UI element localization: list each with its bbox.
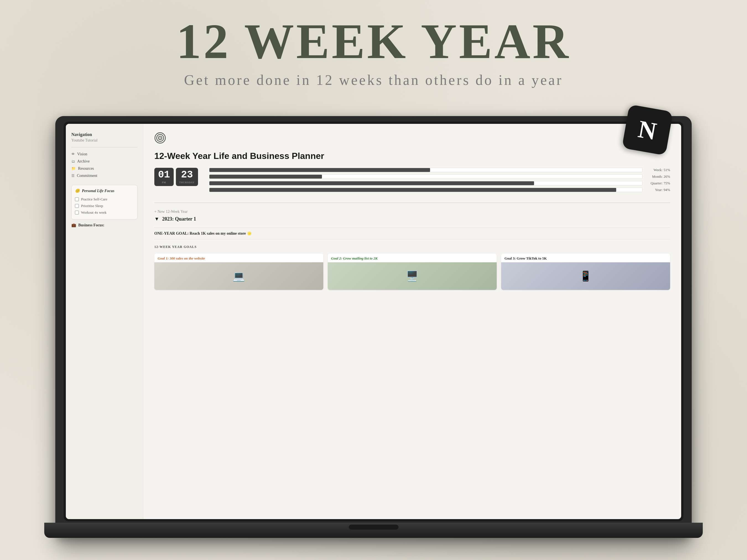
main-title: 12 WEEK YEAR [0,17,747,66]
laptop-outer: Navigation Youtube Tutorial 👁 Vision 🗂 A… [55,116,692,538]
target-icon-wrapper [154,132,670,146]
clock-display: 01 PM 23 THURSDAY [154,168,198,186]
progress-month-row: Month: 26% [209,175,670,179]
progress-quarter-bg [209,181,642,185]
business-focus-header: 💼 Business Focus: [71,223,137,228]
eye-icon: 👁 [71,152,75,156]
progress-quarter-label: Quarter: 75% [645,181,670,185]
goal-card-2-image [328,262,497,290]
new-12week-button[interactable]: + New 12-Week Year [154,210,670,214]
triangle-icon: ▼ [154,216,159,222]
progress-week-bg [209,168,642,172]
clock-minute-block: 23 THURSDAY [176,168,198,186]
nav-title: Navigation [71,132,137,137]
checkbox-practice-selfcare: Practice Self-Care [75,196,134,203]
progress-week-fill [209,168,430,172]
progress-year-fill [209,188,616,192]
clock-hour: 01 [158,170,170,180]
checkbox-label-1: Practice Self-Care [81,197,107,202]
checkbox-label-3: Workout 4x week [81,210,106,215]
progress-month-bg [209,175,642,179]
resources-icon: 📁 [71,166,76,171]
progress-quarter-fill [209,181,534,185]
sidebar-item-label-archive: Archive [77,159,89,164]
progress-month-label: Month: 26% [645,175,670,179]
sidebar-item-vision[interactable]: 👁 Vision [71,151,137,158]
goal-card-1-image [154,262,323,290]
sidebar-item-resources[interactable]: 📁 Resources [71,165,137,172]
nav-section: Navigation Youtube Tutorial 👁 Vision 🗂 A… [71,132,137,179]
main-content: 12-Week Year Life and Business Planner 0… [143,124,681,519]
goal-card-3[interactable]: Goal 3: Grow TikTok to 5K [501,254,670,290]
goals-label: 12-WEEK YEAR GOALS [154,245,670,249]
business-focus-label: Business Focus: [78,223,105,228]
checkbox-prioritise-sleep: Prioritise Sleep [75,203,134,209]
goal-card-1[interactable]: Goal 1: 300 sales on the website [154,254,323,290]
screen-content: Navigation Youtube Tutorial 👁 Vision 🗂 A… [66,124,681,519]
sidebar-item-label-vision: Vision [77,152,87,156]
goal-card-3-image [501,262,670,290]
laptop-wrapper: N Navigation Youtube Tutorial 👁 V [55,116,692,538]
sidebar-item-label-resources: Resources [78,166,94,171]
clock-ampm: PM [158,181,170,184]
progress-quarter-row: Quarter: 75% [209,181,670,185]
personal-focus-header: 🙂 Personal Life Focus [75,188,134,193]
page-header: 12 WEEK YEAR Get more done in 12 weeks t… [0,0,747,88]
checkbox-workout: Workout 4x week [75,209,134,216]
sidebar: Navigation Youtube Tutorial 👁 Vision 🗂 A… [66,124,143,519]
progress-year-bg [209,188,642,192]
progress-section: Week: 51% Month: 26% [209,168,670,194]
progress-year-label: Year: 94% [645,188,670,192]
svg-point-3 [160,137,161,138]
content-divider [154,203,670,203]
archive-icon: 🗂 [71,159,75,164]
briefcase-icon: 💼 [71,223,76,228]
sidebar-item-archive[interactable]: 🗂 Archive [71,158,137,165]
goal-card-1-title: Goal 1: 300 sales on the website [154,254,323,262]
personal-focus-title: Personal Life Focus [82,189,114,193]
notion-logo: N [636,114,659,146]
laptop-screen: Navigation Youtube Tutorial 👁 Vision 🗂 A… [66,124,681,519]
sidebar-item-commitment[interactable]: ☰ Commitment [71,172,137,179]
nav-subtitle: Youtube Tutorial [71,138,137,143]
personal-focus-section: 🙂 Personal Life Focus Practice Self-Care… [71,185,137,219]
checkbox-input-1[interactable] [75,197,79,201]
subtitle: Get more done in 12 weeks than others do… [0,72,747,88]
clock-minute: 23 [179,170,195,180]
clock-day: THURSDAY [179,181,195,184]
progress-week-row: Week: 51% [209,168,670,172]
checkbox-label-2: Prioritise Sleep [81,204,103,208]
goal-card-2-title: Goal 2: Grow mailing list to 2K [328,254,497,262]
checkbox-input-3[interactable] [75,211,79,214]
notion-badge: N [622,104,673,155]
goal-card-3-title: Goal 3: Grow TikTok to 5K [501,254,670,262]
target-icon [154,132,166,144]
clock-hour-block: 01 PM [154,168,174,186]
person-icon: 🙂 [75,188,80,193]
commitment-icon: ☰ [71,174,75,178]
goals-grid: Goal 1: 300 sales on the website Goal 2:… [154,254,670,290]
progress-year-row: Year: 94% [209,188,670,192]
laptop-base [44,523,703,538]
one-year-goal: ONE-YEAR GOAL: Reach 1K sales on my onli… [154,228,670,239]
goal-card-2[interactable]: Goal 2: Grow mailing list to 2K [328,254,497,290]
progress-week-label: Week: 51% [645,168,670,172]
laptop-notch [349,525,398,530]
progress-month-fill [209,175,322,179]
dashboard-top: 01 PM 23 THURSDAY [154,168,670,194]
checkbox-input-2[interactable] [75,204,79,208]
year-section-title: ▼ 2023: Quarter 1 [154,216,670,222]
sidebar-item-label-commitment: Commitment [77,174,97,178]
page-title: 12-Week Year Life and Business Planner [154,151,670,161]
laptop-bezel: Navigation Youtube Tutorial 👁 Vision 🗂 A… [63,122,684,521]
